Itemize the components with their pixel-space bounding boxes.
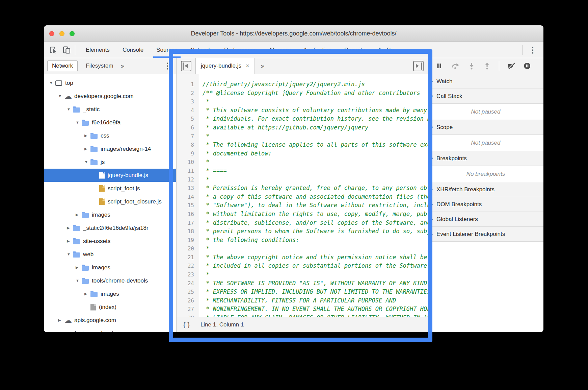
- tab-memory[interactable]: Memory: [263, 42, 297, 58]
- tree-row-folder[interactable]: ▶ images: [44, 287, 176, 300]
- section-global-listeners[interactable]: ▶ Global Listeners: [428, 212, 543, 227]
- line-number[interactable]: 16: [177, 210, 199, 219]
- chevron-right-icon[interactable]: ▶: [430, 187, 436, 192]
- chevron-down-icon[interactable]: ▼: [49, 81, 55, 85]
- tree-row-folder[interactable]: ▶ images: [44, 261, 176, 274]
- section-watch[interactable]: ▶ Watch: [428, 74, 543, 89]
- tab-audits[interactable]: Audits: [371, 42, 400, 58]
- line-number[interactable]: 27: [177, 305, 199, 314]
- section-breakpoints[interactable]: ▼ Breakpoints: [428, 151, 543, 166]
- tab-console[interactable]: Console: [116, 42, 150, 58]
- line-number[interactable]: 28: [177, 314, 199, 317]
- deactivate-breakpoints-icon[interactable]: [508, 63, 515, 69]
- line-number[interactable]: 12: [177, 175, 199, 184]
- chevron-down-icon[interactable]: ▼: [76, 121, 82, 124]
- tree-row-file[interactable]: script_foot_closure.js: [44, 195, 176, 208]
- tree-row-folder[interactable]: ▶ images/redesign-14: [44, 142, 176, 155]
- chevron-right-icon[interactable]: ▶: [430, 202, 436, 206]
- line-number[interactable]: 13: [177, 184, 199, 193]
- navigator-tab-filesystem[interactable]: Filesystem: [86, 63, 113, 69]
- line-number[interactable]: 10: [177, 158, 199, 167]
- line-number[interactable]: 8: [177, 141, 199, 149]
- line-number[interactable]: 17: [177, 219, 199, 227]
- line-number[interactable]: 3: [177, 97, 199, 106]
- tab-sources[interactable]: Sources: [150, 42, 184, 58]
- pretty-print-icon[interactable]: {}: [182, 321, 191, 328]
- chevron-right-icon[interactable]: ▶: [76, 213, 82, 217]
- line-number[interactable]: 20: [177, 244, 199, 253]
- tree-row-domain[interactable]: ▶ ☁ fonts.googleapis.com: [44, 327, 176, 332]
- tree-row-file[interactable]: (index): [44, 300, 176, 314]
- inspect-element-icon[interactable]: [49, 46, 57, 54]
- tree-row-folder[interactable]: ▼ web: [44, 248, 176, 261]
- tab-performance[interactable]: Performance: [218, 42, 263, 58]
- tree-row-folder[interactable]: ▼ _static: [44, 103, 176, 116]
- line-number[interactable]: 15: [177, 201, 199, 210]
- line-number[interactable]: 21: [177, 253, 199, 262]
- pause-on-exceptions-icon[interactable]: [524, 63, 531, 69]
- section-call-stack[interactable]: ▼ Call Stack: [428, 89, 543, 104]
- section-dom-breakpoints[interactable]: ▶ DOM Breakpoints: [428, 197, 543, 212]
- line-number[interactable]: 6: [177, 123, 199, 132]
- close-button[interactable]: [49, 31, 54, 36]
- tab-application[interactable]: Application: [297, 42, 338, 58]
- close-tab-icon[interactable]: ×: [246, 63, 249, 70]
- tree-row-folder[interactable]: ▶ _static2/f6e16de9fa/jsi18r: [44, 221, 176, 235]
- tree-row-folder[interactable]: ▶ css: [44, 129, 176, 142]
- line-number[interactable]: 23: [177, 270, 199, 279]
- chevron-down-icon[interactable]: ▼: [76, 279, 82, 283]
- tree-row-folder[interactable]: ▼ js: [44, 155, 176, 169]
- step-into-icon[interactable]: [468, 63, 475, 70]
- chevron-right-icon[interactable]: ▶: [430, 79, 436, 83]
- line-number[interactable]: 5: [177, 115, 199, 123]
- device-toolbar-icon[interactable]: [62, 46, 71, 54]
- section-xhr-breakpoints[interactable]: ▶ XHR/fetch Breakpoints: [428, 182, 543, 197]
- line-number[interactable]: 1: [177, 80, 199, 89]
- step-over-icon[interactable]: [451, 63, 459, 69]
- navigator-menu-icon[interactable]: ⋮: [161, 62, 173, 70]
- pause-script-icon[interactable]: [436, 63, 443, 69]
- chevron-right-icon[interactable]: ▶: [430, 232, 436, 236]
- chevron-right-icon[interactable]: ▶: [84, 134, 90, 138]
- chevron-down-icon[interactable]: ▼: [430, 125, 436, 129]
- tree-row-folder[interactable]: ▼ tools/chrome-devtools: [44, 274, 176, 287]
- chevron-down-icon[interactable]: ▼: [430, 156, 436, 161]
- chevron-right-icon[interactable]: ▶: [84, 292, 90, 296]
- section-scope[interactable]: ▼ Scope: [428, 120, 543, 135]
- chevron-right-icon[interactable]: ▶: [58, 332, 64, 332]
- line-number[interactable]: 18: [177, 227, 199, 236]
- chevron-right-icon[interactable]: ▶: [76, 266, 82, 269]
- tree-row-domain[interactable]: ▼ ☁ developers.google.com: [44, 90, 176, 103]
- more-editor-tabs-icon[interactable]: »: [261, 62, 265, 70]
- chevron-right-icon[interactable]: ▶: [67, 226, 73, 230]
- chevron-right-icon[interactable]: ▶: [84, 147, 90, 151]
- code-editor[interactable]: 1//third_party/javascript/jquery2/jquery…: [177, 74, 428, 317]
- line-number[interactable]: 11: [177, 167, 199, 175]
- line-number[interactable]: 2: [177, 89, 199, 98]
- line-number[interactable]: 9: [177, 149, 199, 158]
- chevron-down-icon[interactable]: ▼: [430, 94, 436, 98]
- tree-row-domain[interactable]: ▶ ☁ apis.google.com: [44, 314, 176, 327]
- chevron-down-icon[interactable]: ▼: [58, 94, 64, 98]
- line-number[interactable]: 19: [177, 236, 199, 245]
- minimize-button[interactable]: [59, 31, 64, 36]
- more-tabs-icon[interactable]: »: [121, 62, 125, 70]
- line-number[interactable]: 26: [177, 296, 199, 305]
- tab-elements[interactable]: Elements: [79, 42, 116, 58]
- line-number[interactable]: 24: [177, 279, 199, 288]
- line-number[interactable]: 22: [177, 262, 199, 270]
- line-number[interactable]: 25: [177, 288, 199, 296]
- tree-row-file-selected[interactable]: jquery-bundle.js: [44, 169, 176, 182]
- chevron-down-icon[interactable]: ▼: [67, 107, 73, 111]
- chevron-down-icon[interactable]: ▼: [67, 252, 73, 256]
- tree-row-folder[interactable]: ▶ images: [44, 208, 176, 221]
- step-out-icon[interactable]: [484, 63, 490, 70]
- tree-row-top[interactable]: ▼ top: [44, 76, 176, 90]
- tree-row-file[interactable]: script_foot.js: [44, 182, 176, 195]
- zoom-button[interactable]: [70, 31, 75, 36]
- tree-row-folder[interactable]: ▼ f6e16de9fa: [44, 116, 176, 129]
- section-event-listener-breakpoints[interactable]: ▶ Event Listener Breakpoints: [428, 227, 543, 242]
- line-number[interactable]: 14: [177, 193, 199, 201]
- next-tab-icon[interactable]: [413, 61, 424, 71]
- chevron-right-icon[interactable]: ▶: [430, 217, 436, 221]
